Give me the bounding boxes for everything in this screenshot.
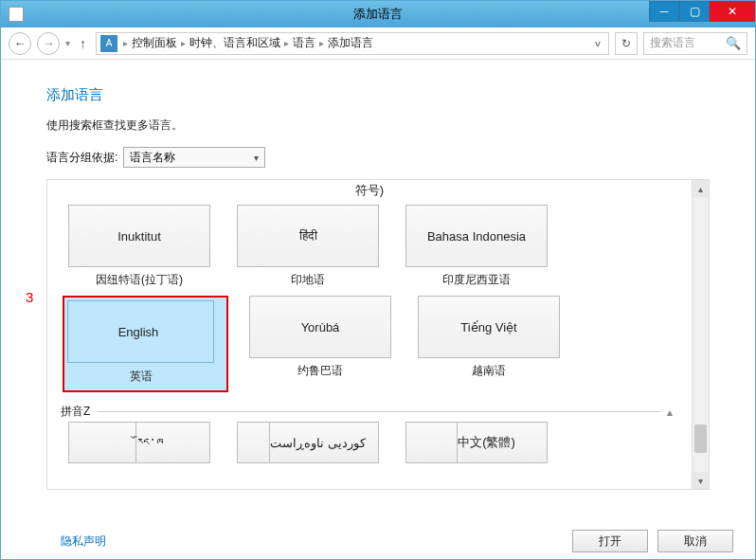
breadcrumb-dropdown-icon[interactable]: ⅴ: [595, 38, 604, 48]
back-button[interactable]: ←: [9, 32, 31, 55]
group-by-label: 语言分组依据:: [46, 150, 117, 166]
section-header[interactable]: 拼音Z ▴: [55, 400, 684, 422]
group-by-value: 语言名称: [130, 150, 175, 166]
breadcrumb-item[interactable]: 时钟、语言和区域: [189, 35, 280, 51]
language-item[interactable]: हिंदी 印地语: [231, 205, 385, 288]
language-label: 越南语: [472, 363, 506, 379]
scroll-track[interactable]: [693, 197, 709, 472]
language-label: 印地语: [291, 272, 325, 288]
navigation-bar: ← → ▾ ↑ A ▸ 控制面板 ▸ 时钟、语言和区域 ▸ 语言 ▸ 添加语言 …: [1, 27, 755, 60]
language-label: 印度尼西亚语: [442, 272, 511, 288]
language-item[interactable]: Tiếng Việt 越南语: [412, 296, 566, 392]
content-area: 添加语言 使用搜索框查找更多语言。 语言分组依据: 语言名称 ▾ 符号) Inu…: [1, 60, 755, 490]
collapse-icon[interactable]: ▴: [661, 406, 678, 419]
privacy-link[interactable]: 隐私声明: [61, 533, 106, 550]
language-item[interactable]: Inuktitut 因纽特语(拉丁语): [63, 205, 216, 288]
language-tile: English: [67, 300, 209, 363]
footer-buttons: 打开 取消: [572, 530, 733, 552]
scrollbar[interactable]: ▴ ▾: [692, 180, 709, 489]
language-item[interactable]: རོང་ཁ: [63, 422, 216, 463]
breadcrumb-item[interactable]: 语言: [293, 35, 315, 51]
close-button[interactable]: ✕: [710, 1, 755, 22]
language-item[interactable]: 中文(繁體): [400, 422, 553, 463]
language-tile: Yorùbá: [249, 296, 391, 358]
annotation-marker: 3: [26, 289, 33, 305]
chevron-right-icon: ▸: [181, 38, 186, 48]
footer: 隐私声明 打开 取消: [0, 530, 756, 552]
chevron-down-icon: ▾: [254, 153, 259, 163]
group-by-select[interactable]: 语言名称 ▾: [123, 147, 265, 168]
language-row: English 英语 Yorùbá 约鲁巴语 Tiếng Việt 越南语: [55, 296, 684, 392]
section-divider: [98, 411, 661, 412]
section-label: 拼音Z: [61, 404, 90, 420]
language-tile: Inuktitut: [68, 205, 210, 267]
chevron-right-icon: ▸: [123, 38, 128, 48]
scroll-down-button[interactable]: ▾: [693, 472, 709, 489]
breadcrumb-item[interactable]: 控制面板: [132, 35, 177, 51]
control-panel-icon: A: [100, 35, 117, 52]
chevron-right-icon: ▸: [284, 38, 289, 48]
window-controls: ─ ▢ ✕: [649, 1, 755, 27]
language-label: 英语: [67, 369, 215, 385]
language-item[interactable]: Yorùbá 约鲁巴语: [243, 296, 397, 392]
language-item[interactable]: کوردیی ناوەڕاست: [231, 422, 385, 463]
language-row: Inuktitut 因纽特语(拉丁语) हिंदी 印地语 Bahasa Ind…: [55, 205, 684, 288]
chevron-right-icon: ▸: [319, 38, 324, 48]
language-tile: 中文(繁體): [405, 422, 548, 463]
cancel-button[interactable]: 取消: [657, 530, 733, 552]
language-item[interactable]: Bahasa Indonesia 印度尼西亚语: [400, 205, 553, 288]
open-button[interactable]: 打开: [572, 530, 648, 552]
page-title: 添加语言: [46, 86, 710, 104]
language-tile: کوردیی ناوەڕاست: [237, 422, 379, 463]
truncated-header: 符号): [55, 180, 684, 205]
language-tile: Bahasa Indonesia: [405, 205, 548, 267]
maximize-button[interactable]: ▢: [679, 1, 710, 22]
scroll-thumb[interactable]: [694, 425, 707, 453]
group-by-row: 语言分组依据: 语言名称 ▾: [46, 147, 710, 168]
minimize-button[interactable]: ─: [649, 1, 679, 22]
language-list-scroll: 符号) Inuktitut 因纽特语(拉丁语) हिंदी 印地语 Bahasa…: [47, 180, 692, 489]
language-list-panel: 符号) Inuktitut 因纽特语(拉丁语) हिंदी 印地语 Bahasa…: [46, 179, 710, 490]
refresh-button[interactable]: ↻: [615, 32, 638, 55]
language-label: 约鲁巴语: [297, 363, 343, 379]
titlebar: 添加语言 ─ ▢ ✕: [1, 1, 755, 27]
search-input[interactable]: 搜索语言 🔍: [643, 32, 747, 55]
window-title: 添加语言: [353, 6, 403, 23]
language-tile: རོང་ཁ: [68, 422, 210, 463]
scroll-up-button[interactable]: ▴: [693, 180, 709, 197]
search-icon: 🔍: [726, 36, 741, 50]
language-item-selected[interactable]: English 英语: [63, 296, 228, 392]
breadcrumb-item[interactable]: 添加语言: [328, 35, 373, 51]
app-icon: [9, 7, 24, 22]
search-placeholder: 搜索语言: [650, 35, 695, 51]
breadcrumb[interactable]: A ▸ 控制面板 ▸ 时钟、语言和区域 ▸ 语言 ▸ 添加语言 ⅴ: [96, 32, 609, 55]
language-tile: Tiếng Việt: [418, 296, 560, 358]
language-label: 因纽特语(拉丁语): [96, 272, 183, 288]
language-row: རོང་ཁ کوردیی ناوەڕاست 中文(繁體): [55, 422, 684, 463]
forward-button[interactable]: →: [37, 32, 60, 55]
language-tile: हिंदी: [237, 205, 379, 267]
history-dropdown-icon[interactable]: ▾: [65, 38, 70, 48]
hint-text: 使用搜索框查找更多语言。: [46, 117, 710, 134]
up-button[interactable]: ↑: [76, 36, 90, 51]
